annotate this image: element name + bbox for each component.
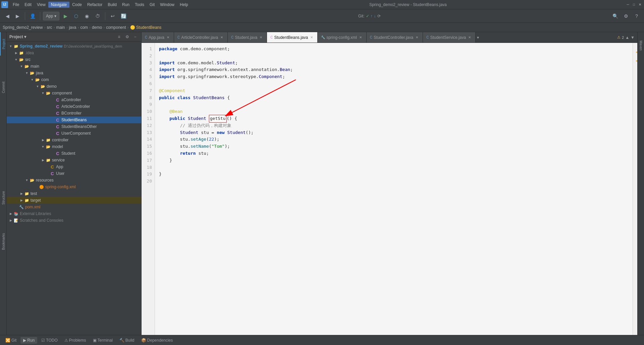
tree-item-test[interactable]: ▶ 📁 test (7, 190, 141, 197)
tree-item-springconfig[interactable]: 🟠 spring-config.xml (7, 184, 141, 190)
bottom-tab-git[interactable]: 🔀 Git (3, 337, 19, 344)
user-icon-button[interactable]: 👤 (28, 11, 37, 21)
project-selector[interactable]: App ▾ (43, 12, 59, 20)
code-content[interactable]: package com.demo.component; import com.d… (155, 43, 633, 335)
code-editor[interactable]: 1 2 3 4 5 6 7 8 9 10 11 12 13 14 15 16 1… (142, 43, 637, 335)
tab-articlecontroller[interactable]: C ArticleController.java ✕ (174, 32, 228, 43)
sidebar-tab-bookmarks[interactable]: Bookmarks (0, 230, 7, 253)
forward-button[interactable]: ▶ (13, 11, 22, 21)
tree-item-root[interactable]: ▼ 📁 Spring_demo2_review D:\Java\code\tes… (7, 43, 141, 50)
tab-close-app[interactable]: ✕ (166, 35, 170, 40)
menu-run[interactable]: Run (119, 2, 132, 8)
tab-close-springconfig[interactable]: ✕ (358, 35, 363, 40)
tree-item-student[interactable]: C Student (7, 150, 141, 157)
search-button[interactable]: 🔍 (610, 11, 620, 21)
menu-code[interactable]: Code (69, 2, 85, 8)
bc-com[interactable]: com (80, 25, 88, 30)
tree-item-controller[interactable]: ▶ 📁 controller (7, 137, 141, 143)
scroll-down-button[interactable]: ▼ (631, 35, 635, 40)
menu-help[interactable]: Help (177, 2, 191, 8)
git-pull-icon[interactable]: ↓ (374, 14, 376, 18)
tree-item-src[interactable]: ▼ 📂 src (7, 56, 141, 63)
debug-button[interactable]: ⬡ (71, 11, 81, 21)
menu-edit[interactable]: Edit (22, 2, 34, 8)
tree-item-idea[interactable]: ▶ 📁 .idea (7, 50, 141, 56)
tree-item-scratches[interactable]: ▶ 📝 Scratches and Consoles (7, 217, 141, 224)
bc-project[interactable]: Spring_demo2_review (3, 25, 43, 30)
tab-close-studentcontroller[interactable]: ✕ (415, 35, 419, 40)
tab-studentservice[interactable]: C StudentService.java ✕ (423, 32, 476, 43)
sidebar-tab-commit[interactable]: Commit (0, 76, 7, 99)
hide-panel-button[interactable]: − (132, 33, 139, 40)
tree-item-usercomponent[interactable]: C UserComponent (7, 130, 141, 137)
bottom-tab-dependencies[interactable]: 📦 Dependencies (139, 337, 176, 344)
tree-item-component[interactable]: ▼ 📂 component (7, 90, 141, 96)
tree-item-extlibs[interactable]: ▶ 📚 External Libraries (7, 210, 141, 217)
tab-close-studentbeans[interactable]: ✕ (309, 35, 314, 40)
bc-demo[interactable]: demo (92, 25, 102, 30)
tree-item-user[interactable]: C User (7, 170, 141, 177)
minimize-button[interactable]: ─ (625, 2, 631, 7)
tree-item-com[interactable]: ▼ 📂 com (7, 76, 141, 83)
gear-icon[interactable]: ⚙ (124, 33, 130, 40)
back-button[interactable]: ◀ (3, 11, 12, 21)
tree-item-bcontroller[interactable]: C BController (7, 110, 141, 117)
git-history-icon[interactable]: ⟳ (377, 14, 381, 18)
tree-item-service[interactable]: ▶ 📁 service (7, 157, 141, 163)
tree-item-java[interactable]: ▼ 📂 java (7, 70, 141, 76)
tab-student[interactable]: C Student.java ✕ (228, 32, 267, 43)
bc-file[interactable]: 🟡 StudentBeans (130, 25, 162, 30)
tree-item-main[interactable]: ▼ 📂 main (7, 63, 141, 70)
tree-item-demo[interactable]: ▼ 📂 demo (7, 83, 141, 90)
tab-overflow-button[interactable]: ▾ (477, 35, 479, 40)
tree-item-articlecontroller[interactable]: C ArticleController (7, 103, 141, 110)
tree-item-studentbeansother[interactable]: C StudentBeansOther (7, 123, 141, 130)
menu-refactor[interactable]: Refactor (85, 2, 105, 8)
settings-button[interactable]: ⚙ (621, 11, 631, 21)
refresh-button[interactable]: 🔄 (119, 11, 128, 21)
bc-component[interactable]: component (106, 25, 126, 30)
sidebar-tab-project[interactable]: Project (0, 32, 7, 56)
tree-item-studentbeans[interactable]: C StudentBeans (7, 117, 141, 123)
menu-file[interactable]: File (10, 2, 22, 8)
bottom-tab-problems[interactable]: ⚠ Problems (62, 337, 89, 344)
bottom-tab-terminal[interactable]: ▣ Terminal (90, 337, 115, 344)
help-button[interactable]: ? (632, 11, 641, 21)
bottom-tab-run[interactable]: ▶ Run (20, 337, 37, 344)
tab-studentcontroller[interactable]: C StudentController.java ✕ (367, 32, 423, 43)
collapse-all-button[interactable]: ≡ (116, 33, 122, 40)
bottom-tab-build[interactable]: 🔨 Build (117, 337, 137, 344)
scroll-up-button[interactable]: ▲ (625, 35, 629, 40)
bc-java[interactable]: java (69, 25, 76, 30)
git-push-icon[interactable]: ↑ (371, 14, 373, 18)
tab-close-article[interactable]: ✕ (219, 35, 224, 40)
menu-tools[interactable]: Tools (132, 2, 147, 8)
menu-navigate[interactable]: Navigate (48, 2, 69, 8)
maven-tab[interactable]: Maven (638, 32, 644, 59)
menu-window[interactable]: Window (157, 2, 177, 8)
sidebar-tab-structure[interactable]: Structure (0, 186, 7, 210)
tree-item-acontroller[interactable]: C aController (7, 96, 141, 103)
menu-build[interactable]: Build (105, 2, 119, 8)
maximize-button[interactable]: □ (631, 2, 637, 7)
tab-app-java[interactable]: C App.java ✕ (142, 32, 174, 43)
tree-item-pom[interactable]: 🔧 pom.xml (7, 204, 141, 210)
tree-item-app[interactable]: C App (7, 163, 141, 170)
tree-item-resources[interactable]: ▼ 📂 resources (7, 177, 141, 184)
bottom-tab-todo[interactable]: ☑ TODO (39, 337, 60, 344)
menu-view[interactable]: View (34, 2, 48, 8)
menu-git[interactable]: Git (147, 2, 157, 8)
tab-close-student[interactable]: ✕ (259, 35, 263, 40)
coverage-button[interactable]: ◉ (82, 11, 92, 21)
bc-main[interactable]: main (56, 25, 65, 30)
profile-button[interactable]: ⏱ (93, 11, 102, 21)
tree-item-model[interactable]: ▼ 📂 model (7, 143, 141, 150)
tree-item-target[interactable]: ▶ 📁 target (7, 197, 141, 204)
close-button[interactable]: ✕ (637, 2, 643, 7)
tab-springconfig[interactable]: 🔧 spring-config.xml ✕ (318, 32, 367, 43)
tab-close-studentservice[interactable]: ✕ (467, 35, 472, 40)
run-button[interactable]: ▶ (61, 11, 70, 21)
bc-src[interactable]: src (47, 25, 52, 30)
tab-studentbeans[interactable]: C StudentBeans.java ✕ (267, 32, 318, 43)
undo-button[interactable]: ↩ (108, 11, 117, 21)
